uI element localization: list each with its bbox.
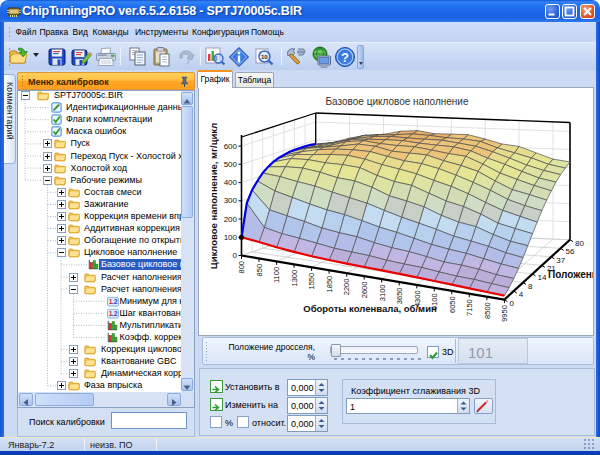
svg-text:7150: 7150	[465, 299, 474, 316]
svg-text:1850: 1850	[325, 276, 334, 293]
svg-text:Обороты коленвала, об/мин: Обороты коленвала, об/мин	[303, 303, 437, 314]
svg-text:600: 600	[224, 142, 238, 151]
svg-text:Положение: Положение	[548, 269, 593, 280]
svg-text:300: 300	[224, 196, 238, 205]
svg-text:.2: .2	[112, 310, 118, 317]
svg-text:100: 100	[224, 233, 238, 242]
svg-text:.2: .2	[112, 298, 118, 305]
svg-text:0: 0	[233, 251, 238, 260]
svg-text:56: 56	[566, 247, 575, 256]
svg-text:500: 500	[224, 160, 238, 169]
svg-text:Цикловое наполнение, мг/цикл: Цикловое наполнение, мг/цикл	[208, 123, 219, 270]
svg-text:1300: 1300	[290, 270, 299, 287]
svg-text:80: 80	[575, 239, 584, 248]
svg-text:6050: 6050	[448, 296, 457, 313]
svg-text:3650: 3650	[395, 288, 404, 305]
svg-text:8500: 8500	[483, 302, 492, 319]
svg-text:37: 37	[556, 256, 565, 265]
svg-text:200: 200	[224, 215, 238, 224]
svg-text:1550: 1550	[307, 273, 316, 290]
svg-text:8: 8	[528, 282, 533, 291]
svg-text:850: 850	[255, 264, 264, 277]
svg-text:9950: 9950	[500, 305, 509, 322]
svg-text:Базовое цикловое наполнение: Базовое цикловое наполнение	[326, 96, 469, 107]
svg-text:400: 400	[224, 178, 238, 187]
svg-text:2200: 2200	[343, 279, 352, 296]
svg-text:10: 10	[261, 54, 268, 60]
svg-text:0: 0	[509, 299, 514, 308]
svg-text:?: ?	[341, 50, 349, 65]
svg-text:800: 800	[237, 261, 246, 274]
svg-text:3100: 3100	[378, 285, 387, 302]
svg-text:14: 14	[538, 273, 547, 282]
svg-text:1100: 1100	[272, 267, 281, 283]
svg-text:2600: 2600	[360, 282, 369, 299]
svg-text:4: 4	[519, 290, 524, 299]
